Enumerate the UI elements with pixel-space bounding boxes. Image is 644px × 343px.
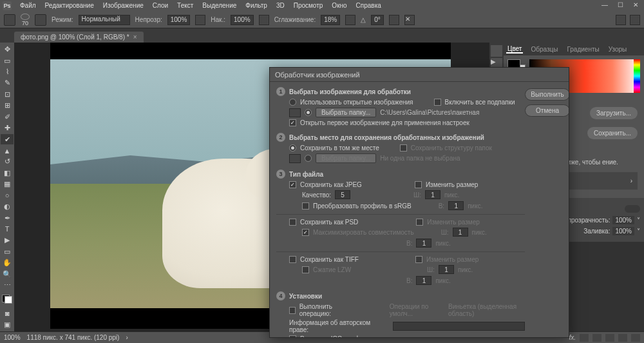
opacity-value[interactable]: 100% bbox=[167, 15, 191, 25]
tab-color[interactable]: Цвет bbox=[506, 45, 523, 54]
menu-edit[interactable]: Редактирование bbox=[41, 0, 99, 12]
pressure-size-icon[interactable] bbox=[389, 15, 399, 25]
dest-folder-radio[interactable] bbox=[305, 155, 312, 162]
symmetry-icon[interactable]: ✕ bbox=[404, 15, 415, 25]
airbrush-icon[interactable] bbox=[259, 15, 269, 25]
search-icon[interactable] bbox=[616, 15, 626, 25]
include-subfolders-checkbox[interactable] bbox=[434, 99, 441, 106]
history-brush-tool[interactable]: ↺ bbox=[1, 157, 14, 166]
brush-size[interactable]: 70 bbox=[22, 20, 28, 26]
eraser-tool[interactable]: ◧ bbox=[1, 168, 14, 178]
shape-tool[interactable]: ▭ bbox=[1, 247, 14, 257]
tab-patterns[interactable]: Узоры bbox=[607, 46, 629, 53]
move-tool[interactable]: ✥ bbox=[1, 44, 14, 54]
save-button[interactable]: Сохранить... bbox=[587, 127, 638, 139]
close-tab-icon[interactable]: × bbox=[133, 34, 137, 41]
blur-tool[interactable]: ○ bbox=[1, 190, 14, 200]
sec3-heading: Тип файла bbox=[289, 171, 323, 178]
flow-value[interactable]: 100% bbox=[231, 15, 254, 25]
save-tiff-checkbox[interactable] bbox=[289, 256, 296, 263]
angle-value[interactable]: 0° bbox=[371, 15, 384, 25]
choose-folder-radio[interactable] bbox=[305, 109, 312, 116]
save-jpeg-checkbox[interactable] bbox=[289, 181, 296, 188]
frame-tool[interactable]: ⊞ bbox=[1, 101, 14, 110]
jpeg-quality-input[interactable] bbox=[335, 190, 350, 199]
menu-help[interactable]: Справка bbox=[352, 0, 386, 12]
chevron-right-icon[interactable]: › bbox=[630, 176, 632, 186]
filter-toggle[interactable] bbox=[625, 205, 640, 213]
adjustment-icon[interactable] bbox=[592, 334, 601, 342]
layer-opacity-value[interactable]: 100% bbox=[612, 216, 634, 224]
sec4-heading: Установки bbox=[289, 293, 322, 300]
lasso-tool[interactable]: ⌇ bbox=[1, 67, 14, 77]
menu-file[interactable]: Файл bbox=[15, 0, 41, 12]
zoom-tool[interactable]: 🔍 bbox=[1, 269, 14, 279]
menu-type[interactable]: Текст bbox=[173, 0, 198, 12]
icc-profile-checkbox[interactable] bbox=[289, 335, 296, 337]
path-select-tool[interactable]: ▶ bbox=[1, 235, 14, 245]
screen-mode[interactable]: ▣ bbox=[1, 319, 14, 329]
quick-select-tool[interactable]: ✎ bbox=[1, 78, 14, 88]
run-action-checkbox[interactable] bbox=[289, 307, 296, 314]
color-swatches[interactable] bbox=[2, 295, 12, 304]
collapsed-panel-icon[interactable] bbox=[491, 45, 502, 57]
stamp-tool[interactable]: ▲ bbox=[1, 146, 14, 155]
new-layer-icon[interactable] bbox=[618, 334, 627, 342]
jpeg-width-input bbox=[425, 190, 440, 199]
layer-fill-value[interactable]: 100% bbox=[612, 227, 634, 235]
smoothing-value[interactable]: 18% bbox=[321, 15, 340, 25]
mask-icon[interactable] bbox=[580, 334, 589, 342]
options-bar: 70 Режим: Нормальный Непрозр: 100% Нак.:… bbox=[0, 12, 644, 28]
copyright-input[interactable] bbox=[393, 322, 525, 331]
window-close[interactable]: ✕ bbox=[629, 0, 643, 9]
load-button[interactable]: Загрузить... bbox=[590, 107, 638, 119]
pen-tool[interactable]: ✒ bbox=[1, 213, 14, 222]
use-open-radio[interactable] bbox=[289, 99, 296, 106]
window-minimize[interactable]: — bbox=[598, 0, 612, 9]
smoothing-options-icon[interactable] bbox=[345, 15, 355, 25]
fx-icon[interactable]: fx. bbox=[569, 334, 576, 342]
pressure-opacity-icon[interactable] bbox=[195, 15, 205, 25]
cancel-button[interactable]: Отмена bbox=[525, 104, 569, 117]
dodge-tool[interactable]: ◐ bbox=[1, 202, 14, 211]
open-first-checkbox[interactable] bbox=[289, 119, 296, 126]
menu-filter[interactable]: Фильтр bbox=[241, 0, 272, 12]
crop-tool[interactable]: ⊡ bbox=[1, 90, 14, 99]
brush-panel-icon[interactable] bbox=[35, 14, 46, 26]
quick-mask[interactable]: ◙ bbox=[1, 308, 14, 318]
group-icon[interactable] bbox=[605, 334, 614, 342]
trash-icon[interactable] bbox=[631, 334, 640, 342]
eyedropper-tool[interactable]: ✐ bbox=[1, 112, 14, 122]
mode-label: Режим: bbox=[52, 16, 73, 23]
gradient-tool[interactable]: ▦ bbox=[1, 179, 14, 189]
document-tab[interactable]: фото.png @ 100% (Слой 1, RGB/8) * × bbox=[14, 32, 144, 43]
menu-select[interactable]: Выделение bbox=[198, 0, 241, 12]
document-dimensions[interactable]: 1118 пикс. x 741 пикс. (120 ppi) bbox=[27, 334, 120, 341]
menu-view[interactable]: Просмотр bbox=[289, 0, 328, 12]
menu-3d[interactable]: 3D bbox=[272, 0, 289, 12]
hand-tool[interactable]: ✋ bbox=[1, 258, 14, 268]
menu-layer[interactable]: Слои bbox=[148, 0, 173, 12]
resize-jpeg-checkbox[interactable] bbox=[415, 181, 422, 188]
save-psd-checkbox[interactable] bbox=[289, 219, 296, 226]
type-tool[interactable]: T bbox=[1, 224, 14, 234]
tool-preset-icon[interactable] bbox=[4, 14, 15, 26]
healing-tool[interactable]: ✚ bbox=[1, 123, 14, 133]
zoom-level[interactable]: 100% bbox=[4, 334, 21, 341]
same-location-radio[interactable] bbox=[289, 144, 296, 152]
sec1-heading: Выбрать изображения для обработки bbox=[289, 88, 411, 95]
hue-strip[interactable] bbox=[634, 59, 640, 93]
edit-toolbar[interactable]: ⋯ bbox=[1, 280, 14, 290]
srgb-checkbox[interactable] bbox=[302, 202, 309, 210]
share-icon[interactable] bbox=[630, 15, 640, 25]
mode-select[interactable]: Нормальный bbox=[79, 15, 130, 25]
brush-tool[interactable]: ✔ bbox=[1, 134, 14, 144]
window-maximize[interactable]: ☐ bbox=[613, 0, 627, 9]
choose-folder-button[interactable]: Выбрать папку... bbox=[316, 108, 376, 117]
tab-gradients[interactable]: Градиенты bbox=[565, 46, 600, 53]
menu-image[interactable]: Изображение bbox=[99, 0, 148, 12]
marquee-tool[interactable]: ▭ bbox=[1, 55, 14, 65]
tab-swatches[interactable]: Образцы bbox=[529, 46, 559, 53]
run-button[interactable]: Выполнить bbox=[525, 88, 569, 101]
menu-window[interactable]: Окно bbox=[327, 0, 351, 12]
